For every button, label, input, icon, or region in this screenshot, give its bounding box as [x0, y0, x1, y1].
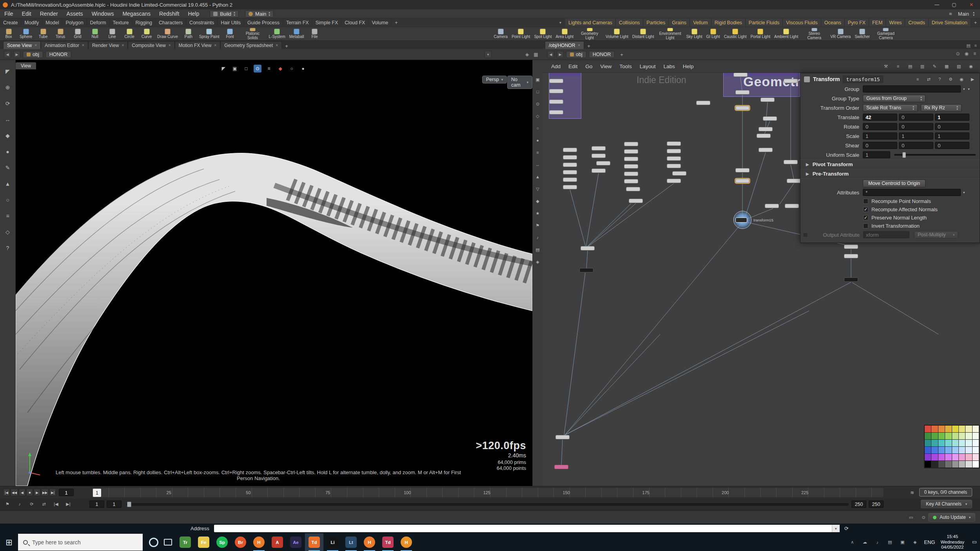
palette-swatch[interactable]	[965, 454, 972, 460]
pane-tab-obj-honor[interactable]: /obj/HONOR×	[545, 41, 584, 49]
shelf-tool-stereo-camera[interactable]: Stereo Camera	[800, 27, 828, 40]
viewport-settings-icon[interactable]: ◈	[534, 259, 541, 265]
audio-icon[interactable]: ♪	[16, 501, 23, 507]
shelf-tab-model[interactable]: Model	[42, 18, 62, 27]
start-button[interactable]: ⊞	[0, 533, 18, 551]
character-pick-icon[interactable]: ★	[534, 210, 541, 216]
shelf-tab-viscous-fluids[interactable]: Viscous Fluids	[783, 18, 821, 27]
shelf-tab-grains[interactable]: Grains	[669, 18, 690, 27]
snapshot-path-icon[interactable]: ⊙	[956, 51, 960, 56]
shelf-overflow-icon[interactable]: ▾	[555, 18, 565, 27]
visibility-icon[interactable]: ▤	[534, 246, 541, 253]
shelf-tool-curve[interactable]: Curve	[138, 27, 155, 40]
grid-view-icon[interactable]: ▽	[534, 186, 541, 192]
shelf-tab-particle-fluids[interactable]: Particle Fluids	[746, 18, 783, 27]
help-icon[interactable]: ?	[936, 76, 943, 82]
shelf-tab-deform[interactable]: Deform	[87, 18, 110, 27]
network-node[interactable]	[592, 154, 606, 158]
palette-swatch[interactable]	[973, 426, 979, 432]
after-effects-icon[interactable]: Ae	[287, 533, 305, 551]
message-log-icon[interactable]: ▭	[907, 514, 915, 520]
group-dropdown-icon[interactable]: ▾	[963, 87, 965, 91]
palette-swatch[interactable]	[973, 447, 979, 453]
back-icon[interactable]: ◀	[4, 51, 11, 58]
shelf-tool-draw-curve[interactable]: Draw Curve	[155, 27, 180, 40]
shelf-tool-gamepad-camera[interactable]: Gamepad Camera	[872, 27, 900, 40]
palette-swatch[interactable]	[931, 440, 938, 446]
help-tool-icon[interactable]: ?	[4, 244, 12, 252]
palette-swatch[interactable]	[925, 426, 931, 432]
playhead-marker[interactable]: 1	[93, 489, 101, 497]
close-tab-icon[interactable]: ×	[276, 43, 278, 47]
network-node[interactable]	[784, 160, 798, 164]
network-node[interactable]	[563, 148, 577, 152]
scene-viewport[interactable]: View ◤▣□⊙≡◆○● Persp▾ No cam▾ Left mouse …	[16, 60, 532, 486]
shelf-tool-gi-light[interactable]: GI Light	[704, 27, 722, 40]
network-node[interactable]	[592, 146, 606, 150]
stop-icon[interactable]: ■	[26, 489, 33, 496]
palette-swatch[interactable]	[959, 440, 965, 446]
palette-swatch[interactable]	[965, 433, 972, 439]
network-menu-go[interactable]: Go	[581, 63, 596, 69]
network-node[interactable]	[624, 149, 638, 154]
network-node[interactable]	[759, 127, 773, 131]
network-node[interactable]	[624, 142, 638, 146]
shelf-tool-sky-light[interactable]: Sky Light	[684, 27, 704, 40]
snapshot-icon[interactable]: ♪	[534, 234, 541, 241]
rotate-x-field[interactable]: 0	[863, 123, 897, 130]
palette-swatch[interactable]	[925, 461, 931, 468]
network-node[interactable]	[757, 134, 771, 138]
shelf-tool-switcher[interactable]: Switcher	[853, 27, 871, 40]
shelf-tab-hair-utils[interactable]: Hair Utils	[218, 18, 244, 27]
snap-mode-icon[interactable]: ⊙	[254, 65, 261, 72]
expand-param-icon[interactable]: ▶	[969, 76, 976, 82]
palette-swatch[interactable]	[938, 426, 945, 432]
network-node[interactable]	[735, 179, 750, 183]
action-center-icon[interactable]: ▭	[972, 539, 977, 545]
shelf-tab-simple-fx[interactable]: Simple FX	[312, 18, 342, 27]
rotate-order-dropdown[interactable]: Rx Ry Rz▴▾	[921, 104, 962, 112]
shelf-tool-point-light[interactable]: Point Light	[510, 27, 532, 40]
shelf-tool-area-light[interactable]: Area Light	[554, 27, 575, 40]
multi-snap-icon[interactable]: ≡	[265, 65, 273, 72]
houdini-2-icon[interactable]: H	[360, 533, 379, 551]
add-pane-tab-button[interactable]: +	[282, 43, 291, 49]
wireframe-toggle-icon[interactable]: ●	[534, 137, 541, 143]
pin-path-icon[interactable]: ◉	[965, 51, 969, 56]
palette-swatch[interactable]	[938, 440, 945, 446]
timeline-ruler[interactable]: 1 255075100125150175200225	[92, 488, 884, 498]
palette-swatch[interactable]	[925, 440, 931, 446]
global-end-field[interactable]: 250	[869, 500, 884, 508]
palette-swatch[interactable]	[938, 454, 945, 460]
lightwave-icon[interactable]: Lt	[342, 533, 360, 551]
pin-param-icon[interactable]: ◉	[958, 76, 965, 82]
shelf-tab-terrain-fx[interactable]: Terrain FX	[283, 18, 312, 27]
shelf-add-tab-button[interactable]: +	[392, 18, 401, 27]
brave-icon[interactable]: Br	[231, 533, 250, 551]
palette-swatch[interactable]	[959, 454, 965, 460]
checkbox-preserve-normal-length[interactable]: ✓	[863, 215, 868, 220]
palette-swatch[interactable]	[931, 454, 938, 460]
shelf-tool-line[interactable]: Line	[103, 27, 121, 40]
pane-tab-composite-view[interactable]: Composite View×	[128, 41, 174, 49]
task-view-icon[interactable]	[164, 539, 172, 546]
checkbox-recompute-point-normals[interactable]	[863, 199, 868, 204]
network-node[interactable]	[784, 79, 798, 83]
network-node[interactable]	[667, 149, 681, 153]
pane-tab-motion-fx-view[interactable]: Motion FX View×	[175, 41, 221, 49]
network-node[interactable]	[844, 254, 858, 258]
volume-icon[interactable]: ♪	[874, 539, 881, 546]
next-key-icon[interactable]: ▶|	[65, 501, 72, 507]
shelf-tool-volume-light[interactable]: Volume Light	[604, 27, 630, 40]
play-fast-icon[interactable]: ▶▶	[41, 489, 49, 496]
palette-swatch[interactable]	[952, 433, 958, 439]
network-node[interactable]	[785, 204, 799, 208]
projection-selector[interactable]: Persp▾	[482, 76, 507, 83]
shelf-tab-constraints[interactable]: Constraints	[186, 18, 218, 27]
network-node[interactable]	[787, 179, 801, 183]
pane-tab-animation-editor[interactable]: Animation Editor×	[41, 41, 88, 49]
range-start-field[interactable]: 1	[107, 500, 122, 508]
touchdesigner-2-icon[interactable]: Td	[379, 533, 397, 551]
minimize-button[interactable]: —	[928, 0, 946, 9]
group-field[interactable]	[863, 85, 961, 92]
